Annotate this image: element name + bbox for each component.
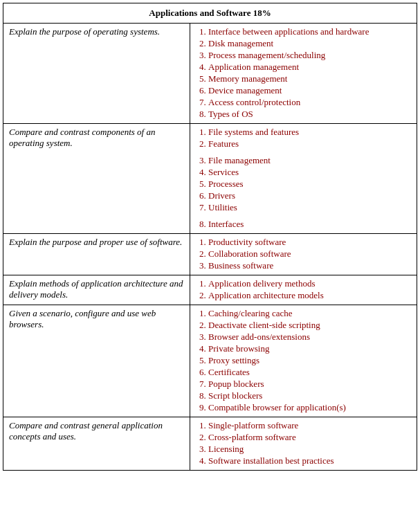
list-item: Private browsing [208, 343, 411, 354]
row-4-right: Caching/clearing cacheDeactivate client-… [190, 305, 417, 417]
row-0-right: Interface between applications and hardw… [190, 24, 417, 124]
main-table: Applications and Software 18% Explain th… [3, 3, 417, 471]
row-2-left: Explain the purpose and proper use of so… [3, 234, 190, 275]
list-item: Memory management [208, 73, 411, 84]
list-item: Access control/protection [208, 97, 411, 108]
row-0-left: Explain the purpose of operating systems… [3, 24, 190, 124]
list-item: Licensing [208, 444, 411, 455]
row-5-right: Single-platform softwareCross-platform s… [190, 417, 417, 471]
list-item: Script blockers [208, 390, 411, 401]
list-item: Popup blockers [208, 379, 411, 390]
row-5-left: Compare and contrast general application… [3, 417, 190, 471]
list-item: Deactivate client-side scripting [208, 320, 411, 331]
list-item: Interfaces [208, 219, 411, 230]
row-1-left: Compare and contrast components of an op… [3, 124, 190, 234]
list-item: Proxy settings [208, 355, 411, 366]
row-3-left: Explain methods of application architect… [3, 275, 190, 305]
list-item: Compatible browser for application(s) [208, 402, 411, 413]
list-item: Device management [208, 85, 411, 96]
list-item: Cross-platform software [208, 432, 411, 443]
list-item: Drivers [208, 190, 411, 201]
page-wrapper: Applications and Software 18% Explain th… [0, 0, 420, 473]
list-item: Productivity software [208, 237, 411, 248]
list-item: Process management/scheduling [208, 50, 411, 61]
list-item: Business software [208, 260, 411, 271]
list-item: Services [208, 167, 411, 178]
list-item: Browser add-ons/extensions [208, 332, 411, 343]
list-item: Software installation best practices [208, 455, 411, 466]
list-item: Processes [208, 179, 411, 190]
list-item: Interface between applications and hardw… [208, 26, 411, 37]
list-item: Application management [208, 62, 411, 73]
list-item: Application delivery methods [208, 278, 411, 289]
list-item: Utilities [208, 202, 411, 213]
list-item: Features [208, 138, 411, 149]
row-3-right: Application delivery methodsApplication … [190, 275, 417, 305]
list-item: Application architecture models [208, 290, 411, 301]
row-1-right: File systems and featuresFeaturesFile ma… [190, 124, 417, 234]
row-4-left: Given a scenario, configure and use web … [3, 305, 190, 417]
list-item: File management [208, 155, 411, 166]
table-title: Applications and Software 18% [3, 3, 417, 24]
list-item: Types of OS [208, 109, 411, 120]
list-item: Single-platform software [208, 420, 411, 431]
list-item: Disk management [208, 38, 411, 49]
list-item: Collaboration software [208, 248, 411, 260]
list-item: Certificates [208, 367, 411, 378]
list-item: Caching/clearing cache [208, 308, 411, 319]
list-item: File systems and features [208, 127, 411, 138]
row-2-right: Productivity softwareCollaboration softw… [190, 234, 417, 275]
